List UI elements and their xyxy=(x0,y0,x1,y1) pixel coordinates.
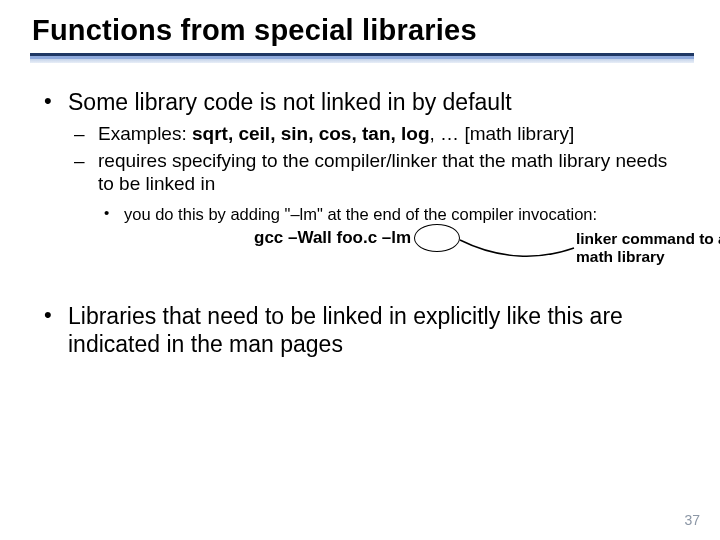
bullet-list-level1: Some library code is not linked in by de… xyxy=(40,88,680,358)
page-number: 37 xyxy=(684,512,700,528)
slide: Functions from special libraries Some li… xyxy=(0,0,720,540)
bullet-1-sub-1-suffix: , … [math library] xyxy=(430,123,575,144)
bullet-list-level2: Examples: sqrt, ceil, sin, cos, tan, log… xyxy=(68,122,680,288)
bullet-1-sub-2-sub-1: you do this by adding "–lm" at the end o… xyxy=(98,204,680,288)
title-underline xyxy=(30,53,694,63)
slide-title: Functions from special libraries xyxy=(32,14,477,47)
bullet-1-text: Some library code is not linked in by de… xyxy=(68,89,512,115)
annotation-text: linker command to add math library xyxy=(576,230,720,267)
underline-bar-grad xyxy=(30,59,694,63)
bullet-2-text: Libraries that need to be linked in expl… xyxy=(68,303,623,357)
bullet-1-sub-1-prefix: Examples: xyxy=(98,123,192,144)
bullet-1-sub-2: requires specifying to the compiler/link… xyxy=(68,149,680,287)
connector-line xyxy=(460,238,580,258)
bullet-1-sub-2-text: requires specifying to the compiler/link… xyxy=(98,150,667,194)
compiler-command: gcc –Wall foo.c –lm xyxy=(254,228,411,249)
bullet-list-level3: you do this by adding "–lm" at the end o… xyxy=(98,204,680,288)
bullet-2: Libraries that need to be linked in expl… xyxy=(40,302,680,358)
bullet-1: Some library code is not linked in by de… xyxy=(40,88,680,288)
bullet-1-sub-2-sub-1-text: you do this by adding "–lm" at the end o… xyxy=(124,205,597,223)
slide-body: Some library code is not linked in by de… xyxy=(40,88,680,372)
bullet-1-sub-1: Examples: sqrt, ceil, sin, cos, tan, log… xyxy=(68,122,680,145)
command-row: gcc –Wall foo.c –lm linker command to ad… xyxy=(124,228,680,288)
highlight-ellipse xyxy=(414,224,460,252)
bullet-1-sub-1-bold: sqrt, ceil, sin, cos, tan, log xyxy=(192,123,430,144)
